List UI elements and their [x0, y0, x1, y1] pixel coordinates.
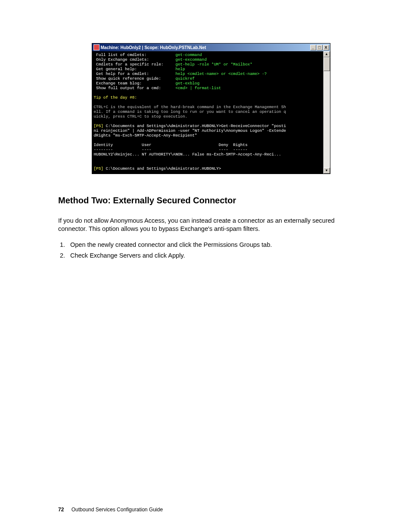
maximize-button[interactable]: □	[317, 45, 323, 50]
section-heading: Method Two: Externally Secured Connector	[58, 196, 364, 205]
minimize-button[interactable]: _	[310, 45, 316, 50]
scroll-down-button[interactable]: ▼	[324, 168, 330, 174]
footer-title: Outbound Services Configuration Guide	[72, 507, 163, 513]
step-item: Check Exchange Servers and click Apply.	[67, 252, 364, 260]
console-body-wrap: Full list of cmdlets: get-command Only E…	[92, 51, 330, 174]
step-item: Open the newly created connector and cli…	[67, 241, 364, 249]
page-footer: 72 Outbound Services Configuration Guide	[58, 507, 163, 513]
scrollbar[interactable]: ▲ ▼	[323, 51, 330, 174]
app-icon	[93, 44, 100, 50]
scroll-up-button[interactable]: ▲	[324, 51, 330, 57]
steps-list: Open the newly created connector and cli…	[58, 241, 364, 260]
titlebar: Machine: HubOnly2 | Scope: HubOnly.PSTNL…	[92, 44, 330, 51]
console-output: Full list of cmdlets: get-command Only E…	[92, 51, 323, 174]
console-window: Machine: HubOnly2 | Scope: HubOnly.PSTNL…	[92, 43, 330, 174]
document-page: Machine: HubOnly2 | Scope: HubOnly.PSTNL…	[0, 0, 411, 532]
intro-paragraph: If you do not allow Anonymous Access, yo…	[58, 217, 364, 233]
window-controls: _ □ X	[310, 45, 329, 50]
page-number: 72	[58, 507, 64, 513]
scroll-track[interactable]	[324, 57, 330, 168]
scroll-thumb[interactable]	[324, 57, 330, 71]
close-button[interactable]: X	[323, 45, 329, 50]
window-title: Machine: HubOnly2 | Scope: HubOnly.PSTNL…	[101, 45, 310, 50]
